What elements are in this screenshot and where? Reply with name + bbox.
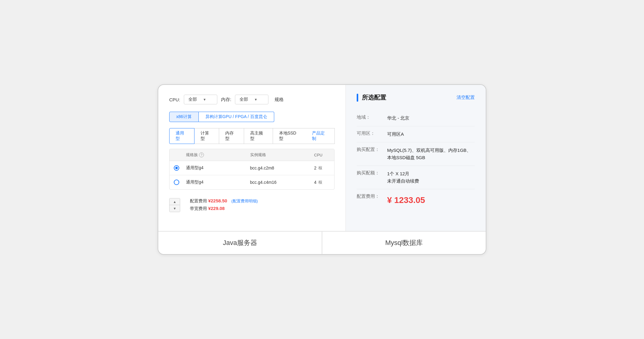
bandwidth-fee-value: ¥229.08 (208, 206, 225, 211)
type-tabs: 通用型 计算型 内存型 高主频型 本地SSD型 产品定制 (169, 128, 334, 144)
cpu-col-2: 4 核 (310, 175, 334, 189)
cpu-select[interactable]: 全部 ▼ (184, 95, 217, 104)
right-panel-title: 所选配置 (362, 93, 386, 102)
arch-tab-x86[interactable]: x86计算 (169, 112, 199, 122)
memory-chevron-icon: ▼ (254, 98, 257, 101)
footer-mysql: Mysql数据库 (322, 232, 486, 254)
table-row[interactable]: 通用型g4 bcc.g4.c2m8 2 核 (170, 161, 334, 175)
bandwidth-fee-line: 带宽费用 ¥229.08 (190, 206, 258, 211)
type-tab-compute[interactable]: 计算型 (194, 128, 219, 144)
radio-button-1[interactable] (174, 165, 179, 171)
config-fee-value: ¥2258.50 (208, 198, 227, 203)
region-value: 华北 - 北京 (387, 114, 475, 122)
spec-label: 规格 (275, 97, 284, 103)
header-select (170, 149, 182, 161)
clear-config-button[interactable]: 清空配置 (457, 95, 475, 100)
table-header: 规格族 ? 实例规格 CPU (170, 149, 334, 161)
config-row-region: 地域： 华北 - 北京 (357, 110, 475, 126)
content-area: CPU: 全部 ▼ 内存: 全部 ▼ 规格 x86计算 异构计算GPU / FP… (158, 85, 486, 231)
config-fee-value-right: ¥ 1233.05 (387, 194, 475, 207)
cpu-count-2: 4 (314, 180, 317, 185)
right-title-group: 所选配置 (357, 93, 386, 102)
cpu-unit-1: 核 (318, 165, 322, 171)
pricing-row: ▲ ▼ 配置费用 ¥2258.50 (配置费用明细) 带宽费用 ¥229.08 (169, 198, 334, 212)
cpu-chevron-icon: ▼ (203, 98, 206, 101)
instance-col-1: bcc.g4.c2m8 (246, 161, 310, 175)
scroll-up-button[interactable]: ▲ (170, 198, 180, 205)
radio-col-1[interactable] (170, 161, 182, 175)
footer-java: Java服务器 (158, 232, 322, 254)
cpu-col-1: 2 核 (310, 161, 334, 175)
type-tab-highfreq[interactable]: 高主频型 (244, 128, 273, 144)
scroll-buttons: ▲ ▼ (169, 198, 180, 212)
zone-value: 可用区A (387, 131, 475, 138)
table-row[interactable]: 通用型g4 bcc.g4.c4m16 4 核 (170, 175, 334, 189)
help-icon[interactable]: ? (199, 152, 204, 157)
purchase-quota-value: 1个 X 12月 未开通自动续费 (387, 170, 475, 185)
config-row-purchase-quota: 购买配额： 1个 X 12月 未开通自动续费 (357, 166, 475, 189)
config-row-purchase-config: 购买配置： MySQL(5.7)、双机高可用版、内存1GB、本地SSD磁盘 5G… (357, 142, 475, 166)
radio-button-2[interactable] (174, 180, 179, 185)
memory-select-value: 全部 (240, 97, 248, 102)
type-tab-memory[interactable]: 内存型 (219, 128, 244, 144)
header-instance: 实例规格 (246, 149, 310, 161)
config-fee-line: 配置费用 ¥2258.50 (配置费用明细) (190, 198, 258, 204)
type-tab-localssd[interactable]: 本地SSD型 (273, 128, 306, 144)
type-tab-custom[interactable]: 产品定制 (306, 128, 335, 144)
family-col-2: 通用型g4 (182, 175, 246, 189)
title-bar-accent (357, 94, 358, 102)
header-cpu: CPU (310, 149, 334, 161)
pricing-info: 配置费用 ¥2258.50 (配置费用明细) 带宽费用 ¥229.08 (190, 198, 258, 211)
instance-col-2: bcc.g4.c4m16 (246, 176, 310, 189)
config-table: 地域： 华北 - 北京 可用区： 可用区A 购买配置： MySQL(5.7)、双… (357, 110, 475, 211)
arch-tab-hetero[interactable]: 异构计算GPU / FPGA / 百度昆仑 (199, 112, 274, 122)
purchase-config-label: 购买配置： (357, 147, 387, 152)
arch-tabs: x86计算 异构计算GPU / FPGA / 百度昆仑 (169, 112, 334, 122)
cpu-filter-label: CPU: (169, 97, 180, 102)
config-fee-label-right: 配置费用： (357, 194, 387, 199)
zone-label: 可用区： (357, 131, 387, 136)
memory-filter-label: 内存: (221, 97, 231, 103)
config-fee-label: 配置费用 (190, 198, 207, 203)
header-family: 规格族 ? (182, 149, 246, 161)
purchase-config-value: MySQL(5.7)、双机高可用版、内存1GB、本地SSD磁盘 5GB (387, 147, 475, 161)
filter-row: CPU: 全部 ▼ 内存: 全部 ▼ 规格 (169, 95, 334, 104)
family-col-1: 通用型g4 (182, 161, 246, 175)
bandwidth-fee-label: 带宽费用 (190, 206, 207, 211)
main-card: CPU: 全部 ▼ 内存: 全部 ▼ 规格 x86计算 异构计算GPU / FP… (158, 84, 486, 255)
purchase-quota-label: 购买配额： (357, 170, 387, 176)
cpu-select-value: 全部 (188, 97, 197, 102)
spec-table: 规格族 ? 实例规格 CPU 通用型g4 bcc.g4.c2m8 2 核 (169, 149, 334, 190)
radio-col-2[interactable] (170, 175, 182, 189)
footer-row: Java服务器 Mysql数据库 (158, 231, 486, 254)
config-row-config-fee: 配置费用： ¥ 1233.05 (357, 189, 475, 211)
scroll-down-button[interactable]: ▼ (170, 205, 180, 212)
region-label: 地域： (357, 114, 387, 120)
cpu-count-1: 2 (314, 166, 317, 170)
config-detail-link[interactable]: (配置费用明细) (231, 199, 258, 203)
type-tab-general[interactable]: 通用型 (169, 128, 194, 144)
right-panel: 所选配置 清空配置 地域： 华北 - 北京 可用区： 可用区A 购买配置： My… (346, 85, 486, 231)
memory-select[interactable]: 全部 ▼ (235, 95, 268, 104)
left-panel: CPU: 全部 ▼ 内存: 全部 ▼ 规格 x86计算 异构计算GPU / FP… (158, 85, 346, 231)
cpu-unit-2: 核 (318, 180, 322, 185)
right-header: 所选配置 清空配置 (357, 93, 475, 102)
config-row-zone: 可用区： 可用区A (357, 126, 475, 142)
